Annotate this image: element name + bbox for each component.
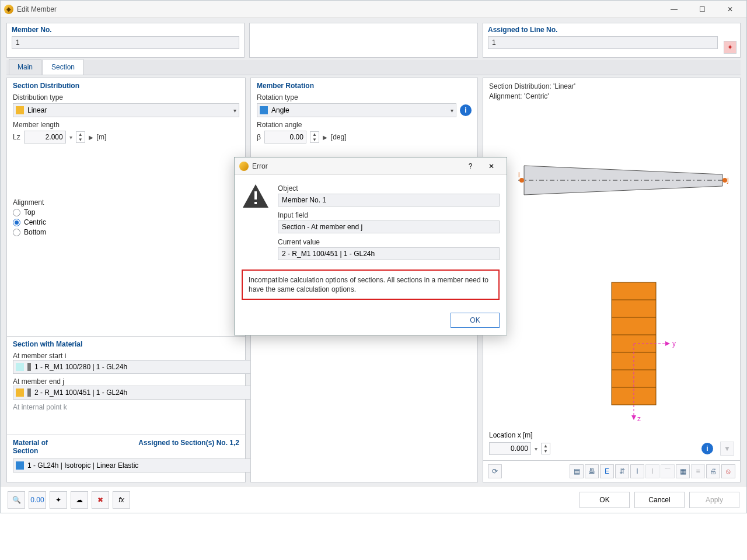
tb-list-button[interactable]: ≡ (691, 464, 705, 478)
loc-dropdown-icon[interactable]: ▾ (535, 446, 537, 452)
footer-units-button[interactable]: 0.00 (29, 491, 46, 509)
error-title: Error (252, 162, 268, 170)
dialog-footer: 🔍 0.00 ✦ ☁ ✖ fx OK Cancel Apply (1, 486, 746, 513)
apply-button[interactable]: Apply (689, 492, 739, 508)
rotation-angle-input[interactable] (264, 131, 306, 144)
section-with-material-group: Section with Material At member start i … (6, 337, 246, 435)
rotation-swatch-icon (260, 106, 268, 114)
member-no-label: Member No. (12, 26, 239, 34)
length-symbol: Lz (13, 133, 20, 141)
preview-panel: Section Distribution: 'Linear' Alignment… (483, 78, 741, 461)
distribution-type-value: Linear (27, 106, 47, 114)
maximize-button[interactable]: ☐ (689, 1, 715, 18)
preview-filter-button[interactable]: ▼ (720, 442, 734, 456)
alignment-centric-radio[interactable]: Centric (13, 218, 239, 226)
rotation-type-dropdown[interactable]: Angle ▾ (257, 103, 456, 117)
window-title: Edit Member (17, 5, 57, 13)
angle-symbol: β (257, 133, 261, 141)
error-current-label: Current value (278, 238, 500, 246)
location-stepper[interactable]: ▲▼ (541, 443, 550, 454)
section-end-swatch-icon (16, 388, 24, 397)
tb-view-button[interactable]: ▤ (570, 464, 584, 478)
tb-printer-button[interactable]: 🖨 (706, 464, 720, 478)
play-icon[interactable]: ▶ (89, 134, 93, 141)
footer-search-button[interactable]: 🔍 (8, 491, 25, 509)
tb-weld-button[interactable]: ⌒ (661, 464, 675, 478)
svg-rect-21 (254, 202, 257, 204)
material-of-section-head: Material of Section (13, 439, 62, 455)
chevron-down-icon: ▾ (451, 107, 453, 114)
distribution-type-dropdown[interactable]: Linear ▾ (13, 103, 239, 117)
warning-icon (242, 182, 270, 265)
location-input[interactable] (489, 442, 531, 455)
error-dialog: Error ? ✕ Object Member No. 1 Input fiel… (234, 157, 507, 335)
rotation-info-button[interactable]: i (460, 104, 472, 116)
tb-ibeam2-button[interactable]: I (645, 464, 659, 478)
svg-point-2 (519, 178, 524, 183)
alignment-bottom-radio[interactable]: Bottom (13, 228, 239, 236)
assigned-line-input[interactable]: 1 (488, 36, 718, 49)
preview-info-button[interactable]: i (701, 443, 713, 454)
svg-text:z: z (637, 415, 641, 423)
length-stepper[interactable]: ▲▼ (76, 131, 85, 143)
error-close-button[interactable]: ✕ (481, 162, 502, 170)
tabstrip: Main Section (6, 60, 741, 75)
svg-marker-17 (631, 415, 636, 420)
start-i-label: At member start i (13, 352, 239, 360)
section-start-shape-icon (27, 363, 31, 371)
minimize-button[interactable]: ― (661, 1, 687, 18)
ok-button[interactable]: OK (580, 492, 630, 508)
footer-clear-button[interactable]: ✖ (92, 491, 109, 509)
pick-line-button[interactable]: ✦ (724, 41, 736, 54)
location-label: Location x [m] (489, 431, 533, 439)
member-preview-icon: i j (518, 160, 728, 201)
rotation-type-label: Rotation type (257, 93, 472, 102)
section-distribution-head: Section Distribution (13, 82, 239, 90)
angle-unit: [deg] (331, 133, 347, 141)
preview-refresh-button[interactable]: ⟳ (488, 464, 502, 478)
error-help-button[interactable]: ? (460, 162, 481, 170)
alignment-label: Alignment (13, 198, 239, 206)
alignment-top-radio[interactable]: Top (13, 208, 239, 216)
length-unit: [m] (97, 133, 107, 141)
member-length-label: Member length (13, 121, 239, 129)
error-message: Incompatible calculation options of sect… (242, 270, 500, 300)
svg-point-4 (722, 178, 727, 183)
length-dropdown-icon[interactable]: ▾ (69, 134, 72, 141)
svg-text:y: y (672, 340, 676, 348)
tb-axes-button[interactable]: E (600, 464, 614, 478)
tab-section[interactable]: Section (43, 59, 83, 75)
error-field-value: Section - At member end j (278, 220, 500, 233)
tb-print-button[interactable]: 🖶 (585, 464, 599, 478)
footer-pick-button[interactable]: ✦ (50, 491, 67, 509)
tb-ibeam-button[interactable]: I (630, 464, 644, 478)
material-of-section-group: Material of Section Assigned to Section(… (6, 435, 246, 482)
section-start-swatch-icon (16, 363, 24, 371)
angle-stepper[interactable]: ▲▼ (310, 131, 319, 143)
play-icon[interactable]: ▶ (323, 134, 327, 141)
tb-grid-button[interactable]: ▦ (676, 464, 690, 478)
close-button[interactable]: ✕ (717, 1, 743, 18)
assigned-line-panel: Assigned to Line No. 1 ✦ (483, 23, 741, 58)
assigned-sections-label: Assigned to Section(s) No. 1,2 (62, 439, 239, 459)
error-object-label: Object (278, 184, 500, 192)
distribution-type-label: Distribution type (13, 93, 239, 102)
tb-link-button[interactable]: ⇵ (615, 464, 629, 478)
footer-cloud-button[interactable]: ☁ (71, 491, 88, 509)
member-no-input[interactable]: 1 (12, 36, 239, 49)
pick-icon: ✦ (727, 43, 733, 51)
svg-text:j: j (727, 176, 728, 184)
member-length-input[interactable] (24, 131, 66, 144)
dist-type-swatch-icon (16, 106, 24, 114)
svg-rect-20 (254, 191, 257, 200)
error-field-label: Input field (278, 211, 500, 219)
tb-stop-button[interactable]: ⦸ (721, 464, 735, 478)
section-distribution-group: Section Distribution Distribution type L… (6, 78, 246, 337)
section-preview-icon: y z (594, 276, 687, 440)
tab-main[interactable]: Main (9, 59, 41, 75)
footer-fx-button[interactable]: fx (113, 491, 130, 509)
error-ok-button[interactable]: OK (451, 313, 500, 328)
cancel-button[interactable]: Cancel (634, 492, 685, 508)
svg-marker-14 (665, 341, 670, 346)
internal-k-label: At internal point k (13, 403, 239, 411)
